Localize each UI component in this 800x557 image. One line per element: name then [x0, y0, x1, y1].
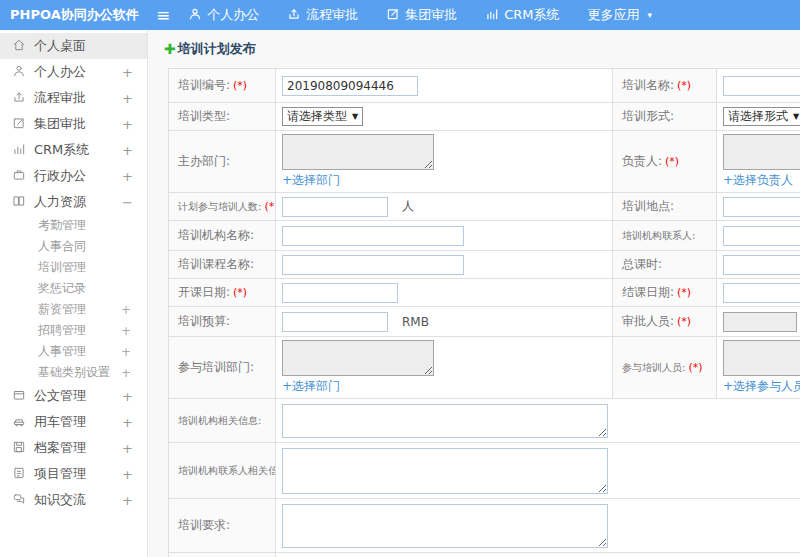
unit-label: RMB: [402, 315, 429, 329]
sidebar-item-knowledge[interactable]: 知识交流 +: [0, 487, 147, 513]
host-dept-box[interactable]: [282, 134, 434, 170]
sidebar-item-admin-office[interactable]: 行政办公 +: [0, 163, 147, 189]
form-row: 参与培训部门: +选择部门 参与培训人员:(*) +选择参与人员: [169, 337, 800, 399]
org-name-input[interactable]: [282, 226, 464, 246]
sidebar-subitem-personnel[interactable]: 人事管理 +: [0, 341, 147, 362]
field-label: 培训名称:(*): [613, 69, 717, 103]
sidebar-subitem-base-category[interactable]: 基础类别设置 +: [0, 362, 147, 383]
org-info-textarea[interactable]: [282, 404, 608, 438]
chart-icon: [12, 142, 34, 159]
nav-personal-office[interactable]: 个人办公: [188, 6, 259, 24]
expand-toggle[interactable]: +: [121, 366, 131, 380]
edit-icon: [386, 7, 400, 24]
expand-toggle[interactable]: +: [122, 493, 133, 508]
chevron-down-icon: ▼: [352, 112, 358, 121]
expand-toggle[interactable]: +: [121, 303, 131, 317]
form-row: 培训类型: 请选择类型▼ 培训形式: 请选择形式▼: [169, 103, 800, 131]
sidebar-item-hr[interactable]: 人力资源 −: [0, 189, 147, 215]
select-leader-link[interactable]: +选择负责人: [723, 172, 793, 189]
sidebar-subitem-hr-contract[interactable]: 人事合同: [0, 236, 147, 257]
sidebar-subitem-attendance[interactable]: 考勤管理: [0, 215, 147, 236]
field-label: 培训地点:: [613, 193, 717, 221]
car-icon: [12, 414, 34, 431]
expand-toggle[interactable]: +: [122, 169, 133, 184]
planned-count-input[interactable]: [282, 197, 388, 217]
location-input[interactable]: [723, 197, 800, 217]
expand-toggle[interactable]: +: [122, 117, 133, 132]
nav-crm-system[interactable]: CRM系统: [485, 6, 559, 24]
sidebar-submenu-hr: 考勤管理 人事合同 培训管理 奖惩记录 薪资管理 + 招聘管理 +: [0, 215, 147, 383]
approver-input[interactable]: [723, 312, 797, 332]
requirement-textarea[interactable]: [282, 504, 608, 548]
field-label: 培训预算:: [169, 307, 276, 337]
field-label: 附件文档:: [169, 553, 276, 557]
nav-label: 更多应用: [588, 6, 640, 24]
field-label: 培训机构相关信息:: [169, 399, 276, 443]
collapse-toggle[interactable]: −: [122, 195, 133, 210]
hamburger-menu-icon[interactable]: ≡: [156, 7, 170, 24]
expand-toggle[interactable]: +: [122, 143, 133, 158]
sidebar-item-archive[interactable]: 档案管理 +: [0, 435, 147, 461]
org-contact-input[interactable]: [723, 226, 800, 246]
start-date-input[interactable]: [282, 283, 398, 303]
plus-icon: ✚: [164, 42, 176, 56]
sidebar: 个人桌面 个人办公 + 流程审批 + 集团审批 + CRM系统 + 行政办公 +: [0, 30, 148, 557]
org-contact-info-textarea[interactable]: [282, 448, 608, 494]
select-dept-link[interactable]: +选择部门: [282, 172, 340, 189]
select-join-people-link[interactable]: +选择参与人员: [723, 378, 800, 395]
expand-toggle[interactable]: +: [121, 324, 131, 338]
field-label: 总课时:: [613, 251, 717, 279]
join-dept-box[interactable]: [282, 340, 434, 376]
expand-toggle[interactable]: +: [122, 441, 133, 456]
sidebar-item-desktop[interactable]: 个人桌面: [0, 33, 147, 59]
notebook-icon: [12, 466, 34, 483]
sidebar-item-documents[interactable]: 公文管理 +: [0, 383, 147, 409]
sidebar-item-crm[interactable]: CRM系统 +: [0, 137, 147, 163]
sidebar-item-group-approval[interactable]: 集团审批 +: [0, 111, 147, 137]
total-hours-input[interactable]: [723, 255, 800, 275]
sidebar-item-vehicle[interactable]: 用车管理 +: [0, 409, 147, 435]
expand-toggle[interactable]: +: [122, 415, 133, 430]
select-join-dept-link[interactable]: +选择部门: [282, 378, 340, 395]
required-mark: (*): [233, 286, 247, 299]
expand-toggle[interactable]: +: [121, 345, 131, 359]
person-icon: [188, 7, 202, 24]
expand-toggle[interactable]: +: [122, 389, 133, 404]
sidebar-subitem-salary[interactable]: 薪资管理 +: [0, 299, 147, 320]
nav-flow-approval[interactable]: 流程审批: [287, 6, 358, 24]
leader-box[interactable]: [723, 134, 800, 170]
sidebar-item-label: 项目管理: [34, 465, 86, 483]
training-type-select[interactable]: 请选择类型▼: [282, 107, 363, 126]
top-nav: 个人办公 流程审批 集团审批 CRM系统 更多应用 ▾: [188, 6, 652, 24]
sidebar-subitem-recruit[interactable]: 招聘管理 +: [0, 320, 147, 341]
sidebar-item-flow-approval[interactable]: 流程审批 +: [0, 85, 147, 111]
field-label: 培训课程名称:: [169, 251, 276, 279]
training-no-input[interactable]: [282, 76, 418, 96]
sidebar-item-label: 流程审批: [34, 89, 86, 107]
nav-more-apps[interactable]: 更多应用 ▾: [588, 6, 653, 24]
join-people-box[interactable]: [723, 340, 800, 376]
nav-label: 集团审批: [405, 6, 457, 24]
sidebar-item-label: 行政办公: [34, 167, 86, 185]
sidebar-item-personal-office[interactable]: 个人办公 +: [0, 59, 147, 85]
course-name-input[interactable]: [282, 255, 464, 275]
sidebar-item-label: 人力资源: [34, 193, 86, 211]
book-icon: [12, 194, 34, 211]
field-label: 开课日期:(*): [169, 279, 276, 307]
unit-label: 人: [402, 198, 414, 215]
sidebar-subitem-training[interactable]: 培训管理: [0, 257, 147, 278]
top-header: PHPOA协同办公软件 ≡ 个人办公 流程审批 集团审批 CRM系统 更多应用 …: [0, 0, 800, 30]
budget-input[interactable]: [282, 312, 388, 332]
nav-group-approval[interactable]: 集团审批: [386, 6, 457, 24]
end-date-input[interactable]: [723, 283, 800, 303]
training-name-input[interactable]: [723, 76, 800, 96]
expand-toggle[interactable]: +: [122, 65, 133, 80]
expand-toggle[interactable]: +: [122, 91, 133, 106]
expand-toggle[interactable]: +: [122, 467, 133, 482]
sidebar-item-project[interactable]: 项目管理 +: [0, 461, 147, 487]
sidebar-subitem-rewards[interactable]: 奖惩记录: [0, 278, 147, 299]
field-label: 培训编号:(*): [169, 69, 276, 103]
form-row: 培训机构名称: 培训机构联系人:: [169, 221, 800, 251]
training-mode-select[interactable]: 请选择形式▼: [723, 107, 800, 126]
field-label: 参与培训部门:: [169, 337, 276, 399]
